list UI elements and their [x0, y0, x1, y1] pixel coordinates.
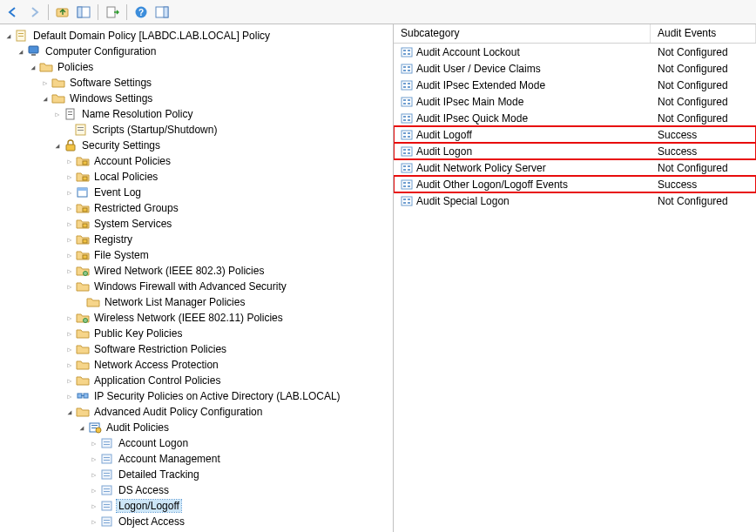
tree-node-local-policies[interactable]: Local Policies: [2, 169, 391, 185]
expander-icon[interactable]: [64, 157, 75, 165]
list-row[interactable]: Audit LogonSuccess: [394, 143, 756, 159]
expander-icon[interactable]: [64, 219, 75, 228]
tree-node-advanced-audit[interactable]: Advanced Audit Policy Configuration: [2, 404, 391, 420]
expander-icon[interactable]: [89, 455, 99, 463]
forward-button[interactable]: [24, 3, 44, 22]
tree-node-audit-ds-access[interactable]: DS Access: [2, 482, 391, 498]
tree-node-file-system[interactable]: File System: [2, 247, 391, 263]
expander-icon[interactable]: [52, 141, 63, 150]
tree-node-software-restriction[interactable]: Software Restriction Policies: [2, 341, 391, 357]
expander-icon[interactable]: [64, 188, 75, 197]
expander-icon[interactable]: [89, 486, 99, 495]
svg-rect-97: [403, 185, 406, 187]
list-row[interactable]: Audit LogoffSuccess: [394, 126, 756, 143]
list-row[interactable]: Audit IPsec Extended ModeNot Configured: [394, 77, 756, 93]
tree-node-nap[interactable]: Network Access Protection: [2, 357, 391, 373]
list-row[interactable]: Audit Network Policy ServerNot Configure…: [394, 159, 756, 176]
column-header-subcategory[interactable]: Subcategory: [394, 24, 651, 43]
column-header-audit-events[interactable]: Audit Events: [651, 24, 756, 43]
tree-node-windows-settings[interactable]: Windows Settings: [2, 91, 391, 106]
expander-icon[interactable]: [64, 172, 75, 181]
tree-node-system-services[interactable]: System Services: [2, 216, 391, 232]
tree-node-audit-account-logon[interactable]: Account Logon: [2, 435, 391, 451]
expander-icon[interactable]: [52, 110, 63, 118]
expander-icon[interactable]: [89, 470, 99, 479]
audit-category-icon: [100, 515, 114, 529]
list-row[interactable]: Audit Account LockoutNot Configured: [394, 44, 756, 60]
list-row[interactable]: Audit IPsec Quick ModeNot Configured: [394, 110, 756, 126]
tree-node-audit-object-access[interactable]: Object Access: [2, 514, 391, 529]
expander-icon[interactable]: [28, 63, 38, 71]
folder-up-button[interactable]: [53, 3, 72, 22]
svg-rect-48: [104, 491, 110, 492]
expander-icon[interactable]: [64, 282, 75, 291]
expander-icon[interactable]: [64, 235, 75, 244]
expander-icon[interactable]: [64, 313, 75, 322]
list-row[interactable]: Audit User / Device ClaimsNot Configured: [394, 60, 756, 77]
list-row[interactable]: Audit IPsec Main ModeNot Configured: [394, 93, 756, 110]
expander-icon[interactable]: [89, 502, 99, 510]
list-cell-subcategory-text: Audit Other Logon/Logoff Events: [416, 178, 568, 191]
expander-icon[interactable]: [64, 204, 75, 212]
show-hide-action-pane-button[interactable]: [152, 3, 172, 22]
expander-icon[interactable]: [64, 392, 75, 401]
expander-icon[interactable]: [40, 94, 51, 103]
scope-tree-pane[interactable]: Default Domain Policy [LABDC.LAB.LOCAL] …: [0, 24, 394, 532]
tree-label: Software Settings: [68, 77, 153, 89]
svg-rect-7: [164, 7, 168, 17]
tree-node-wired-network[interactable]: Wired Network (IEEE 802.3) Policies: [2, 263, 391, 279]
svg-rect-17: [78, 127, 84, 128]
back-icon: [6, 5, 20, 19]
expander-icon[interactable]: [64, 376, 75, 385]
expander-icon[interactable]: [64, 407, 75, 416]
svg-rect-39: [104, 444, 110, 445]
svg-rect-37: [102, 439, 111, 448]
tree-node-policies[interactable]: Policies: [2, 59, 391, 75]
expander-icon[interactable]: [64, 251, 75, 259]
svg-rect-87: [403, 152, 406, 154]
svg-rect-40: [102, 455, 111, 463]
back-button[interactable]: [3, 3, 23, 22]
svg-rect-90: [402, 164, 412, 172]
tree-node-event-log[interactable]: Event Log: [2, 185, 391, 200]
tree-node-software-settings[interactable]: Software Settings: [2, 75, 391, 91]
tree-node-wireless-network[interactable]: Wireless Network (IEEE 802.11) Policies: [2, 310, 391, 326]
svg-rect-80: [402, 131, 412, 139]
tree-node-computer-config[interactable]: Computer Configuration: [2, 44, 391, 59]
expander-icon[interactable]: [64, 360, 75, 369]
main-split: Default Domain Policy [LABDC.LAB.LOCAL] …: [0, 24, 756, 532]
tree-node-netlist[interactable]: Network List Manager Policies: [2, 294, 391, 310]
expander-icon[interactable]: [40, 78, 51, 87]
tree-node-ipsec[interactable]: IP Security Policies on Active Directory…: [2, 388, 391, 404]
tree-node-audit-account-mgmt[interactable]: Account Management: [2, 451, 391, 467]
tree-node-firewall[interactable]: Windows Firewall with Advanced Security: [2, 279, 391, 294]
tree-node-registry[interactable]: Registry: [2, 232, 391, 247]
tree-node-app-control[interactable]: Application Control Policies: [2, 373, 391, 388]
tree-node-audit-detailed-tracking[interactable]: Detailed Tracking: [2, 467, 391, 482]
expander-icon[interactable]: [64, 345, 75, 354]
tree-node-audit-policies[interactable]: Audit Policies: [2, 420, 391, 435]
svg-rect-96: [403, 182, 406, 184]
tree-node-security-settings[interactable]: Security Settings: [2, 138, 391, 153]
help-button[interactable]: ?: [132, 3, 151, 22]
svg-rect-54: [104, 522, 110, 523]
tree-node-scripts[interactable]: Scripts (Startup/Shutdown): [2, 122, 391, 138]
tree-node-restricted-groups[interactable]: Restricted Groups: [2, 200, 391, 216]
list-row[interactable]: Audit Other Logon/Logoff EventsSuccess: [394, 176, 756, 192]
expander-icon[interactable]: [89, 439, 99, 448]
expander-icon[interactable]: [64, 266, 75, 275]
export-list-button[interactable]: [103, 3, 122, 22]
tree-node-audit-logon-logoff[interactable]: Logon/Logoff: [2, 498, 391, 514]
expander-icon[interactable]: [77, 423, 87, 432]
tree-node-pubkey[interactable]: Public Key Policies: [2, 326, 391, 341]
expander-icon[interactable]: [89, 517, 99, 526]
tree-node-account-policies[interactable]: Account Policies: [2, 153, 391, 169]
expander-icon[interactable]: [16, 47, 26, 56]
show-hide-tree-button[interactable]: [74, 3, 93, 22]
tree-node-name-resolution[interactable]: Name Resolution Policy: [2, 106, 391, 122]
expander-icon[interactable]: [3, 31, 14, 40]
list-row[interactable]: Audit Special LogonNot Configured: [394, 192, 756, 209]
tree-node-root[interactable]: Default Domain Policy [LABDC.LAB.LOCAL] …: [2, 28, 391, 44]
show-hide-action-icon: [155, 5, 169, 19]
expander-icon[interactable]: [64, 329, 75, 338]
